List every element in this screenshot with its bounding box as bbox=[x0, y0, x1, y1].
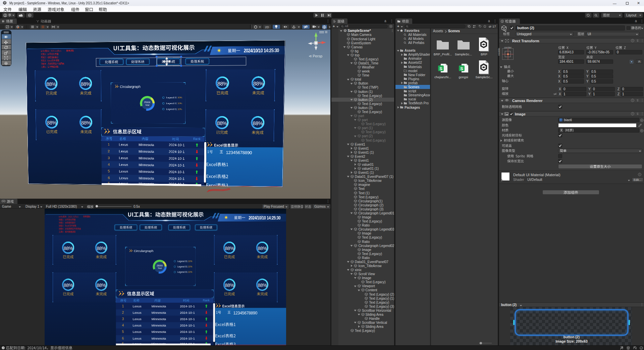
svg-text:S: S bbox=[460, 66, 463, 71]
svg-text:S: S bbox=[439, 66, 442, 71]
